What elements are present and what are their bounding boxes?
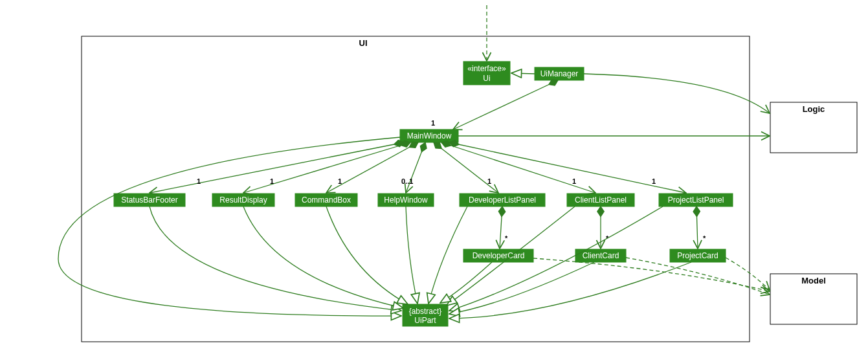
edge-mw-commandbox — [326, 142, 418, 193]
edge-uimanager-realizes-ui — [511, 73, 535, 74]
svg-text:UiManager: UiManager — [540, 69, 579, 78]
class-ui-manager: UiManager — [535, 67, 584, 80]
edge-uimanager-to-logic — [584, 74, 770, 113]
edge-projectcard-to-uipart — [449, 262, 691, 318]
class-result-display: ResultDisplay — [212, 194, 274, 206]
svg-text:StatusBarFooter: StatusBarFooter — [121, 195, 177, 205]
edge-mw-projectpanel — [449, 142, 686, 193]
svg-text:MainWindow: MainWindow — [407, 131, 452, 140]
svg-text:{abstract}: {abstract} — [409, 307, 442, 316]
edge-devpanel-to-uipart — [428, 206, 467, 304]
class-project-card: ProjectCard — [670, 249, 726, 262]
edge-dep-to-model-1 — [533, 258, 770, 291]
edge-uimanager-has-mainwindow — [453, 80, 558, 129]
svg-text:«interface»: «interface» — [467, 64, 506, 73]
mult-mainwindow: 1 — [431, 119, 435, 127]
edge-mw-resultdisplay — [243, 142, 410, 193]
class-developer-card: DeveloperCard — [463, 249, 533, 262]
edge-commandbox-to-uipart — [326, 206, 408, 304]
package-logic-label: Logic — [803, 104, 825, 114]
mult-devpanel: 1 — [487, 177, 491, 185]
edge-mainwindow-to-uipart — [58, 137, 401, 316]
svg-text:HelpWindow: HelpWindow — [384, 195, 428, 205]
edge-helpwindow-to-uipart — [406, 206, 417, 304]
mult-devcard: * — [505, 234, 508, 242]
class-ui-part: {abstract} UiPart — [403, 304, 448, 326]
edge-clientcard-to-uipart — [449, 262, 594, 314]
svg-text:ProjectListPanel: ProjectListPanel — [668, 195, 724, 205]
class-help-window: HelpWindow — [378, 194, 434, 206]
mult-commandbox: 1 — [338, 177, 342, 185]
class-command-box: CommandBox — [295, 194, 357, 206]
edge-dep-to-model-2 — [626, 258, 770, 295]
edge-dep-to-model-3 — [726, 258, 770, 290]
svg-text:UiPart: UiPart — [414, 316, 436, 325]
svg-text:ProjectCard: ProjectCard — [677, 251, 718, 260]
edge-mw-devpanel — [434, 142, 498, 193]
class-client-list-panel: ClientListPanel — [567, 194, 634, 206]
svg-text:ClientCard: ClientCard — [583, 251, 619, 260]
edge-mw-statusbar — [150, 142, 404, 193]
mult-resultdisplay: 1 — [270, 177, 274, 185]
class-project-list-panel: ProjectListPanel — [659, 194, 733, 206]
mult-helpwindow: 0..1 — [401, 177, 413, 185]
svg-text:DeveloperListPanel: DeveloperListPanel — [469, 195, 536, 205]
edge-mw-helpwindow — [406, 142, 425, 193]
svg-text:ClientListPanel: ClientListPanel — [575, 195, 627, 205]
svg-text:CommandBox: CommandBox — [302, 195, 351, 205]
mult-projectpanel: 1 — [652, 177, 656, 185]
class-main-window: MainWindow — [400, 129, 458, 142]
class-status-bar-footer: StatusBarFooter — [114, 194, 185, 206]
package-ui-label: UI — [359, 38, 368, 48]
edge-mw-clientpanel — [441, 142, 595, 193]
mult-projectcard: * — [703, 234, 706, 242]
edge-resultdisplay-to-uipart — [243, 206, 403, 308]
edge-statusbar-to-uipart — [150, 206, 401, 311]
svg-text:Ui: Ui — [483, 74, 490, 83]
class-developer-list-panel: DeveloperListPanel — [460, 194, 545, 206]
edge-devcard-to-uipart — [440, 262, 492, 303]
class-ui-interface: «interface» Ui — [463, 61, 510, 85]
mult-statusbar: 1 — [197, 177, 201, 185]
edge-devpanel-devcard — [500, 206, 502, 249]
edge-projectpanel-projectcard — [696, 206, 698, 249]
mult-clientpanel: 1 — [572, 177, 576, 185]
svg-text:ResultDisplay: ResultDisplay — [219, 195, 267, 205]
package-model-label: Model — [801, 276, 826, 285]
